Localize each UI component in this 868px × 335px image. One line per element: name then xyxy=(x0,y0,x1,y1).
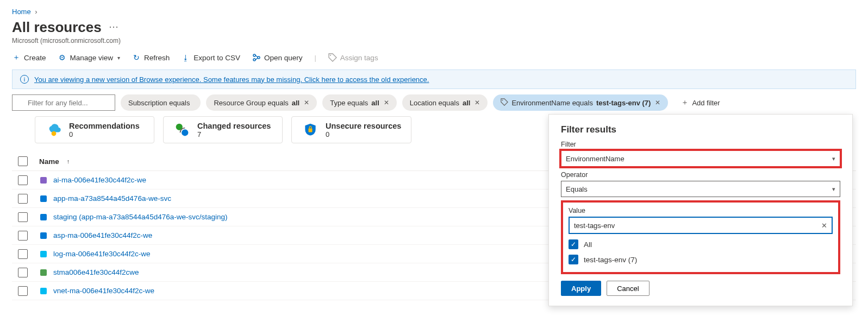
filter-select[interactable]: EnvironmentName ▾ xyxy=(561,150,840,167)
page-subtitle: Microsoft (microsoft.onmicrosoft.com) xyxy=(0,36,868,50)
pill-value: all xyxy=(292,99,299,107)
change-icon xyxy=(173,121,191,138)
option-tag[interactable]: ✓ test-tags-env (7) xyxy=(569,255,833,264)
close-icon[interactable]: ✕ xyxy=(384,99,389,106)
row-checkbox[interactable] xyxy=(18,268,28,277)
card-count: 0 xyxy=(69,130,140,138)
chevron-down-icon: ▾ xyxy=(832,186,835,193)
pill-prefix: Type equals xyxy=(330,99,368,107)
info-icon: i xyxy=(20,75,29,84)
svg-rect-15 xyxy=(40,288,47,294)
svg-point-0 xyxy=(253,54,255,56)
branch-icon xyxy=(252,53,261,62)
banner-link[interactable]: You are viewing a new version of Browse … xyxy=(34,75,429,84)
more-icon[interactable]: ··· xyxy=(109,21,118,32)
filter-select-value: EnvironmentName xyxy=(566,155,625,163)
create-label: Create xyxy=(24,54,46,62)
refresh-label: Refresh xyxy=(144,54,170,62)
svg-point-2 xyxy=(258,56,260,59)
add-filter-button[interactable]: ＋ Add filter xyxy=(673,94,727,111)
operator-select[interactable]: Equals ▾ xyxy=(561,181,840,197)
card-unsecure[interactable]: Unsecure resources 0 xyxy=(291,116,411,143)
card-title: Recommendations xyxy=(69,122,140,130)
pill-value: all xyxy=(463,99,470,107)
apply-button[interactable]: Apply xyxy=(561,281,601,296)
tag-icon xyxy=(501,98,508,108)
resource-link[interactable]: stma006e41fe30c44f2cwe xyxy=(53,268,139,276)
open-query-label: Open query xyxy=(264,54,303,62)
page-title: All resources xyxy=(12,19,102,36)
breadcrumb-home[interactable]: Home xyxy=(12,8,31,16)
pill-type[interactable]: Type equals all ✕ xyxy=(322,94,397,111)
resource-icon xyxy=(39,231,48,240)
pill-resource-group[interactable]: Resource Group equals all ✕ xyxy=(206,94,317,111)
svg-point-3 xyxy=(330,55,331,56)
row-checkbox[interactable] xyxy=(18,212,28,222)
svg-rect-10 xyxy=(40,195,47,202)
select-all-checkbox[interactable] xyxy=(18,156,28,166)
pill-subscription[interactable]: Subscription equals xyxy=(121,94,201,111)
option-all[interactable]: ✓ All xyxy=(569,239,833,249)
refresh-icon: ↻ xyxy=(132,53,141,62)
resource-link[interactable]: ai-ma-006e41fe30c44f2c-we xyxy=(53,176,146,184)
filters-row: Subscription equals Resource Group equal… xyxy=(0,94,868,116)
option-all-label: All xyxy=(584,241,592,249)
close-icon[interactable]: ✕ xyxy=(304,99,309,106)
filter-input[interactable] xyxy=(12,94,115,111)
toolbar: ＋ Create ⚙ Manage view ▾ ↻ Refresh ⭳ Exp… xyxy=(0,50,868,67)
pill-location[interactable]: Location equals all ✕ xyxy=(402,94,488,111)
close-icon[interactable]: ✕ xyxy=(474,99,480,106)
pill-prefix: EnvironmentName equals xyxy=(511,99,593,107)
sort-asc-icon: ↑ xyxy=(67,158,70,165)
clear-icon[interactable]: ✕ xyxy=(821,222,827,230)
open-query-button[interactable]: Open query xyxy=(252,53,303,62)
resource-link[interactable]: app-ma-a73a8544a45d476a-we-svc xyxy=(53,194,171,203)
card-count: 0 xyxy=(326,130,401,138)
svg-point-1 xyxy=(253,59,255,61)
pill-prefix: Location equals xyxy=(410,99,459,107)
svg-rect-11 xyxy=(40,214,47,220)
resource-icon xyxy=(39,287,48,295)
pill-prefix: Subscription equals xyxy=(128,99,190,107)
resource-icon xyxy=(39,194,48,203)
row-checkbox[interactable] xyxy=(18,249,28,259)
checkbox-checked-icon: ✓ xyxy=(569,239,578,249)
cancel-button[interactable]: Cancel xyxy=(607,281,649,296)
pill-prefix: Resource Group equals xyxy=(214,99,288,107)
svg-point-7 xyxy=(182,129,188,136)
svg-rect-9 xyxy=(40,177,47,184)
chevron-down-icon: ▾ xyxy=(117,55,120,61)
close-icon[interactable]: ✕ xyxy=(655,99,660,106)
resource-link[interactable]: log-ma-006e41fe30c44f2c-we xyxy=(53,250,151,258)
resource-link[interactable]: asp-ma-006e41fe30c44f2c-we xyxy=(53,231,152,239)
info-banner: i You are viewing a new version of Brows… xyxy=(12,69,856,89)
card-count: 7 xyxy=(197,130,271,138)
tag-icon xyxy=(328,53,337,62)
export-button[interactable]: ⭳ Export to CSV xyxy=(182,53,240,62)
card-changed[interactable]: Changed resources 7 xyxy=(163,116,283,143)
row-checkbox[interactable] xyxy=(18,231,28,241)
create-button[interactable]: ＋ Create xyxy=(12,53,46,62)
cloud-advisor-icon xyxy=(45,121,63,138)
operator-field-label: Operator xyxy=(561,171,840,179)
svg-point-5 xyxy=(52,131,57,136)
pill-environmentname[interactable]: EnvironmentName equals test-tags-env (7)… xyxy=(493,94,668,111)
resource-link[interactable]: vnet-ma-006e41fe30c44f2c-we xyxy=(53,287,154,295)
refresh-button[interactable]: ↻ Refresh xyxy=(132,53,170,62)
pill-value: all xyxy=(371,99,379,107)
manage-view-label: Manage view xyxy=(70,54,114,62)
plus-icon: ＋ xyxy=(681,98,689,108)
row-checkbox[interactable] xyxy=(18,175,28,185)
row-checkbox[interactable] xyxy=(18,194,28,204)
svg-rect-12 xyxy=(40,232,47,239)
svg-point-4 xyxy=(502,99,503,100)
card-recommendations[interactable]: Recommendations 0 xyxy=(35,116,154,143)
value-input[interactable]: test-tags-env ✕ xyxy=(569,217,833,234)
row-checkbox[interactable] xyxy=(18,286,28,296)
gear-icon: ⚙ xyxy=(58,53,67,62)
manage-view-button[interactable]: ⚙ Manage view ▾ xyxy=(58,53,121,62)
card-title: Changed resources xyxy=(197,122,271,130)
filter-popup: Filter results Filter EnvironmentName ▾ … xyxy=(548,114,853,304)
divider: | xyxy=(314,54,316,62)
resource-link[interactable]: staging (app-ma-a73a8544a45d476a-we-svc/… xyxy=(53,213,227,221)
